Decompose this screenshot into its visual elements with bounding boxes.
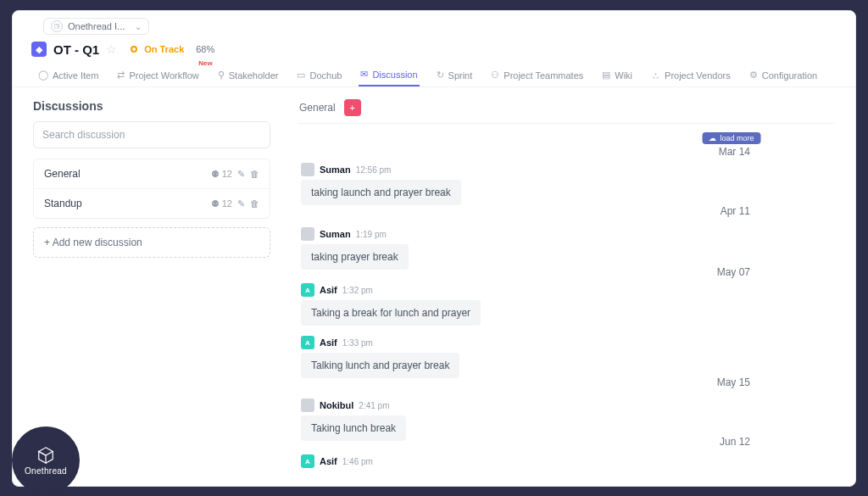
load-more-wrap: ☁ load more: [702, 129, 760, 144]
discussion-item-general[interactable]: General ⚉ 12 ✎ 🗑: [34, 159, 270, 189]
app-window: ◳ Onethread I... ⌄ ◆ OT - Q1 ☆ On Track …: [12, 10, 856, 487]
edit-icon[interactable]: ✎: [237, 198, 245, 209]
date-marker: Jun 12: [720, 436, 750, 448]
tab-stakeholder[interactable]: ⚲ Stakeholder: [216, 64, 281, 86]
message-time: 1:33 pm: [342, 338, 373, 348]
discussion-list: General ⚉ 12 ✎ 🗑 Standup: [33, 159, 270, 219]
tab-configuration[interactable]: ⚙ Configuration: [748, 64, 819, 86]
tab-label: Dochub: [309, 70, 342, 81]
load-more-label: load more: [720, 134, 754, 142]
sender-name: Suman: [320, 164, 351, 175]
discussion-name: General: [44, 168, 81, 180]
avatar: [301, 227, 314, 241]
book-icon: ▤: [602, 70, 610, 81]
avatar: A: [301, 454, 314, 468]
member-count: ⚉ 12: [211, 198, 232, 209]
edit-icon[interactable]: ✎: [237, 169, 245, 180]
body: Discussions General ⚉ 12 ✎ 🗑: [13, 87, 855, 469]
cloud-icon: ☁: [709, 134, 716, 142]
tab-project-vendors[interactable]: ⛬ Project Vendors: [649, 65, 732, 86]
tab-label: Project Teammates: [504, 70, 583, 81]
message: A Asif 1:33 pm Talking lunch and prayer …: [299, 331, 459, 390]
date-marker: Mar 14: [719, 146, 750, 158]
date-marker: May 07: [717, 266, 750, 278]
chat-scroll[interactable]: ☁ load more Mar 14 Apr 11 May 07 May 15 …: [298, 124, 835, 469]
sender-name: Suman: [320, 229, 351, 239]
message: Suman 1:19 pm taking prayer break: [299, 222, 409, 281]
tab-label: Project Workflow: [129, 70, 198, 81]
stakeholder-icon: ⚲: [218, 70, 225, 81]
sender-name: Asif: [320, 456, 337, 466]
message-time: 1:19 pm: [356, 230, 387, 239]
tab-sprint[interactable]: ↻ Sprint: [435, 64, 475, 86]
project-selector[interactable]: ◳ Onethread I... ⌄: [43, 18, 149, 35]
gear-icon: ⚙: [749, 70, 758, 81]
discussion-item-standup[interactable]: Standup ⚉ 12 ✎ 🗑: [34, 189, 270, 218]
message: Suman 12:56 pm taking launch and prayer …: [299, 158, 461, 217]
people-icon: ⚉: [211, 169, 220, 180]
check-circle-icon: ◯: [38, 70, 48, 81]
new-badge: New: [198, 59, 212, 67]
avatar: A: [301, 283, 314, 297]
sidebar-title: Discussions: [33, 99, 270, 113]
tabs: ◯ Active Item ⇄ Project Workflow New ⚲ S…: [13, 60, 855, 87]
project-selector-logo: ◳: [51, 20, 63, 32]
member-count: ⚉ 12: [211, 169, 232, 180]
tab-project-teammates[interactable]: ⚇ Project Teammates: [489, 64, 585, 86]
teammates-icon: ⚇: [491, 70, 499, 81]
search-input[interactable]: [33, 121, 270, 148]
avatar: [301, 398, 314, 412]
chat-icon: ✉: [360, 69, 368, 80]
tab-label: Sprint: [448, 70, 473, 81]
progress-percent: 68%: [196, 44, 214, 54]
avatar: [301, 163, 314, 176]
discussion-name: Standup: [44, 198, 82, 209]
add-discussion-button[interactable]: + Add new discussion: [33, 227, 270, 258]
workflow-icon: ⇄: [117, 70, 125, 81]
add-member-button[interactable]: +: [344, 99, 361, 116]
brand-cube-icon: [36, 446, 55, 465]
chat-title: General: [299, 102, 336, 114]
date-marker: May 15: [717, 376, 750, 388]
message-time: 1:32 pm: [342, 286, 373, 295]
date-marker: Apr 11: [721, 205, 750, 217]
favorite-star-icon[interactable]: ☆: [106, 42, 117, 56]
project-selector-label: Onethread I...: [68, 21, 125, 31]
message-time: 2:41 pm: [359, 401, 389, 410]
project-title: OT - Q1: [53, 42, 99, 57]
message: A Asif 1:46 pm Taking lunch and prayer b…: [299, 449, 458, 469]
topbar: ◳ Onethread I... ⌄: [13, 11, 855, 35]
sender-name: Asif: [320, 285, 337, 295]
chat-panel: General + ☁ load more Mar 14 Apr 11: [284, 87, 855, 469]
load-more-button[interactable]: ☁ load more: [702, 132, 760, 144]
sender-name: Nokibul: [320, 400, 353, 410]
message-bubble: Taking a break for lunch and prayer: [301, 300, 481, 326]
status-label: On Track: [144, 44, 184, 54]
app-frame: ◳ Onethread I... ⌄ ◆ OT - Q1 ☆ On Track …: [0, 0, 868, 496]
message-bubble: taking prayer break: [301, 244, 409, 270]
tab-label: Project Vendors: [665, 70, 731, 81]
tab-active-item[interactable]: ◯ Active Item: [36, 64, 100, 86]
tab-label: Stakeholder: [229, 70, 279, 81]
tab-dochub[interactable]: ▭ Dochub: [295, 64, 343, 86]
add-person-icon: +: [349, 103, 354, 113]
project-icon: ◆: [31, 42, 47, 57]
chevron-down-icon: ⌄: [135, 22, 142, 31]
message-bubble: Talking lunch and prayer break: [301, 353, 459, 378]
brand-badge: Onethread: [12, 426, 80, 494]
message-time: 12:56 pm: [356, 165, 392, 175]
discussion-tools: ⚉ 12 ✎ 🗑: [211, 198, 259, 209]
delete-icon[interactable]: 🗑: [250, 169, 259, 179]
message: Nokibul 2:41 pm Taking lunch break: [299, 393, 406, 453]
delete-icon[interactable]: 🗑: [250, 198, 259, 209]
tab-project-workflow[interactable]: ⇄ Project Workflow New: [115, 64, 200, 86]
sender-name: Asif: [320, 337, 337, 348]
tab-label: Wiki: [615, 70, 632, 81]
message: A Asif 1:32 pm Taking a break for lunch …: [299, 278, 481, 337]
folder-icon: ▭: [297, 70, 305, 81]
tab-wiki[interactable]: ▤ Wiki: [600, 64, 634, 86]
add-discussion-label: + Add new discussion: [44, 237, 142, 248]
message-time: 1:46 pm: [342, 457, 373, 466]
project-header: ◆ OT - Q1 ☆ On Track 68%: [13, 35, 855, 60]
tab-discussion[interactable]: ✉ Discussion: [359, 64, 419, 86]
